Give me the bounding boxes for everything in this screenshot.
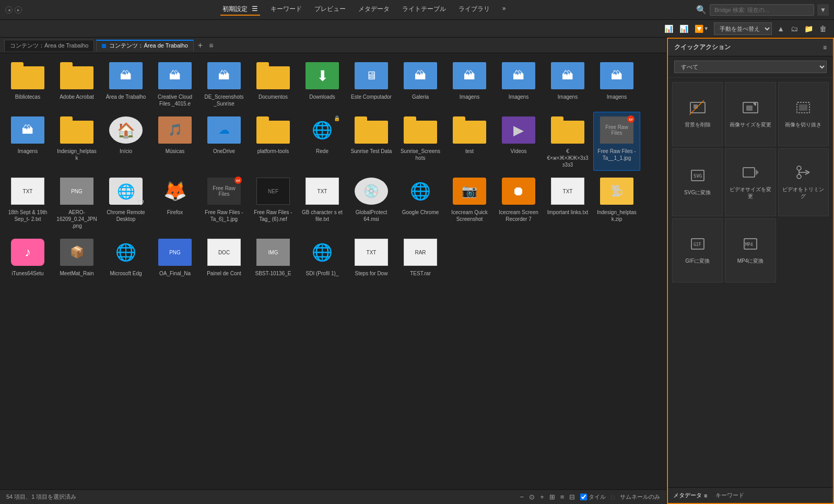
list-item[interactable]: TXT 18th Sept & 19th Sep_t- 2.txt bbox=[4, 173, 51, 232]
nav-item-metadata[interactable]: メタデータ bbox=[356, 4, 392, 16]
view-mode-btn1[interactable]: 📊 bbox=[663, 24, 674, 34]
tile-checkbox[interactable] bbox=[580, 494, 587, 500]
file-thumb bbox=[254, 114, 292, 146]
qa-remove-bg[interactable]: 背景を削除 bbox=[672, 82, 723, 146]
nav-item-lighttable[interactable]: ライトテーブル bbox=[400, 4, 448, 16]
list-item[interactable]: TXT GB character s et file.txt bbox=[299, 173, 346, 232]
qa-convert-gif[interactable]: GIF GIFに変換 bbox=[672, 218, 723, 283]
new-folder-btn[interactable]: 📁 bbox=[803, 24, 814, 34]
qa-remove-bg-icon bbox=[689, 100, 706, 118]
forward-button[interactable]: ▸ bbox=[15, 6, 22, 14]
zoom-in-btn[interactable]: + bbox=[540, 493, 544, 501]
list-item[interactable]: ⏺ Icecream Screen Recorder 7 bbox=[495, 173, 542, 232]
filter-btn[interactable]: 🔽 ▼ bbox=[694, 24, 710, 34]
qa-crop-image[interactable]: 画像を切り抜き bbox=[778, 82, 829, 146]
list-item[interactable]: 🏔 Imagens bbox=[593, 57, 640, 110]
list-item[interactable]: 🌐 SDI (Profil 1)_ bbox=[299, 234, 346, 279]
list-item[interactable]: 📷 Icecream Quick Screenshot bbox=[446, 173, 493, 232]
list-item[interactable]: TXT Steps for Dow bbox=[348, 234, 395, 279]
qa-convert-mp4[interactable]: MP4 MP4に変換 bbox=[725, 218, 776, 283]
list-item[interactable]: 🌐 🔒 Rede bbox=[299, 112, 346, 171]
nav-item-shouki[interactable]: 初期設定 ☰ bbox=[220, 4, 260, 16]
list-item[interactable]: ☁ OneDrive bbox=[201, 112, 248, 171]
main-navigation: 初期設定 ☰ キーワード プレビュー メタデータ ライトテーブル ライブラリ » bbox=[34, 4, 694, 16]
qa-resize-video[interactable]: ビデオサイズを変更 bbox=[725, 148, 776, 217]
list-item[interactable]: 💿 GlobalProtect 64.msi bbox=[348, 173, 395, 232]
list-item[interactable]: 🏠 Início bbox=[102, 112, 149, 171]
list-item[interactable]: 🎵 Músicas bbox=[151, 112, 198, 171]
qa-trim-video[interactable]: ビデオをトリミング bbox=[778, 148, 829, 217]
search-input[interactable] bbox=[710, 4, 814, 16]
zoom-out-btn[interactable]: − bbox=[520, 493, 524, 501]
file-label: Músicas bbox=[166, 148, 185, 155]
delete-btn[interactable]: 🗑 bbox=[818, 24, 828, 34]
list-item[interactable]: test bbox=[446, 112, 493, 171]
view-options-btn[interactable]: 🗂 bbox=[790, 24, 799, 34]
list-item[interactable]: Sunrise Test Data bbox=[348, 112, 395, 171]
metadata-menu-icon[interactable]: ≡ bbox=[704, 493, 707, 499]
detail-view-btn[interactable]: ⊟ bbox=[569, 493, 575, 501]
qa-trim-video-label: ビデオをトリミング bbox=[782, 186, 825, 200]
list-item[interactable]: platform-tools bbox=[250, 112, 297, 171]
list-item[interactable]: PNG AERO-16209_0.24_JPN.png bbox=[53, 173, 100, 232]
list-item[interactable]: Sunrise_Screenshots bbox=[397, 112, 444, 171]
list-item[interactable]: Indesign_helptask bbox=[53, 112, 100, 171]
tab-1[interactable]: コンテンツ：Área de Trabalho bbox=[4, 40, 94, 51]
file-thumb bbox=[402, 114, 439, 146]
list-item[interactable]: Adobe Acrobat bbox=[53, 57, 100, 110]
list-item[interactable]: IMG SBST-10136_E bbox=[250, 234, 297, 279]
list-item[interactable]: Free Raw Files cr Free Raw Files - Ta__1… bbox=[593, 112, 640, 171]
list-item[interactable]: TXT Important links.txt bbox=[544, 173, 591, 232]
keyword-tab[interactable]: キーワード bbox=[715, 491, 744, 499]
nav-item-preview[interactable]: プレビュー bbox=[312, 4, 348, 16]
tab-menu-icon[interactable]: ≡ bbox=[209, 41, 213, 50]
list-item[interactable]: 🏔 Imagens bbox=[495, 57, 542, 110]
dropdown-arrow[interactable]: ▼ bbox=[817, 4, 829, 16]
file-label: Creative Cloud Files _4015.e bbox=[154, 93, 196, 107]
view-mode-btn2[interactable]: 📊 bbox=[678, 24, 689, 34]
list-item[interactable]: ♪ iTunes64Setu bbox=[4, 234, 51, 279]
sort-direction-btn[interactable]: ▲ bbox=[776, 24, 785, 34]
list-item[interactable]: 🏔 Área de Trabalho bbox=[102, 57, 149, 110]
quick-actions-menu-icon[interactable]: ≡ bbox=[823, 44, 827, 51]
list-item[interactable]: ⬇ Downloads bbox=[299, 57, 346, 110]
tab-2[interactable]: コンテンツ：Área de Trabalho bbox=[96, 40, 193, 51]
list-item[interactable]: 🦊 Firefox bbox=[151, 173, 198, 232]
list-item[interactable]: PNG OA_Final_Na bbox=[151, 234, 198, 279]
list-item[interactable]: 🏔 Imagens bbox=[544, 57, 591, 110]
qa-filter-select[interactable]: すべて bbox=[674, 61, 827, 73]
add-tab-btn[interactable]: + bbox=[196, 41, 205, 50]
list-item[interactable]: Documentos bbox=[250, 57, 297, 110]
list-item[interactable]: 🗜 Indesign_helptask.zip bbox=[593, 173, 640, 232]
list-item[interactable]: 🏔 Galeria bbox=[397, 57, 444, 110]
list-item[interactable]: 🏔 Imagens bbox=[4, 112, 51, 171]
list-item[interactable]: 🏔 Imagens bbox=[446, 57, 493, 110]
sort-select[interactable]: 手動を並べ替え bbox=[714, 22, 772, 35]
qa-resize-image[interactable]: 画像サイズを変更 bbox=[725, 82, 776, 146]
list-item[interactable]: 🖥 Este Computador bbox=[348, 57, 395, 110]
list-item[interactable]: Bibliotecas bbox=[4, 57, 51, 110]
list-item[interactable]: 🌐 Google Chrome bbox=[397, 173, 444, 232]
list-item[interactable]: ▶ Vídeos bbox=[495, 112, 542, 171]
list-item[interactable]: 🌐 🛡 Chrome Remote Desktop bbox=[102, 173, 149, 232]
list-item[interactable]: 🏔 DE_Screenshots_Sunrise bbox=[201, 57, 248, 110]
back-button[interactable]: ◂ bbox=[5, 6, 13, 14]
list-item[interactable]: Free Raw Files cr Free Raw Files - Ta_6)… bbox=[201, 173, 248, 232]
grid-view-btn[interactable]: ⊞ bbox=[549, 493, 555, 501]
qa-convert-svg[interactable]: SVG SVGに変換 bbox=[672, 148, 723, 217]
nav-more[interactable]: » bbox=[500, 4, 508, 16]
list-item[interactable]: €€×ж×Ж×ЖЖ×3з3з3з3 bbox=[544, 112, 591, 171]
metadata-tab[interactable]: メタデータ ≡ bbox=[673, 491, 707, 499]
list-item[interactable]: 🏔 Creative Cloud Files _4015.e bbox=[151, 57, 198, 110]
list-item[interactable]: RAR TEST.rar bbox=[397, 234, 444, 279]
tile-checkbox-label[interactable]: タイル bbox=[580, 493, 606, 501]
svg-marker-10 bbox=[756, 169, 759, 175]
zoom-reset-btn[interactable]: ⊙ bbox=[529, 493, 535, 501]
list-item[interactable]: 🌐 Microsoft Edg bbox=[102, 234, 149, 279]
list-item[interactable]: DOC Painel de Cont bbox=[201, 234, 248, 279]
nav-item-keyword[interactable]: キーワード bbox=[268, 4, 304, 16]
list-view-btn[interactable]: ≡ bbox=[560, 493, 565, 501]
list-item[interactable]: NEF Free Raw Files - Tag_ (6).nef bbox=[250, 173, 297, 232]
list-item[interactable]: 📦 MeetMat_Rain bbox=[53, 234, 100, 279]
nav-item-library[interactable]: ライブラリ bbox=[456, 4, 492, 16]
